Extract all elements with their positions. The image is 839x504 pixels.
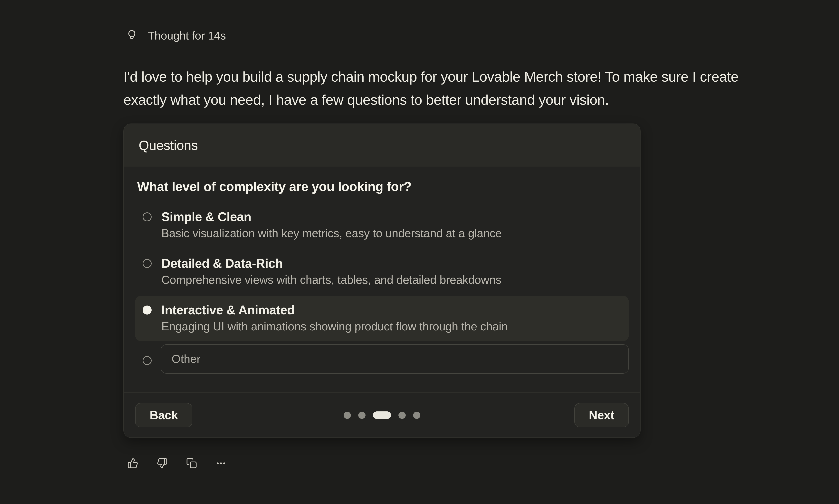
- thought-header[interactable]: Thought for 14s: [126, 29, 770, 42]
- pagination-dot[interactable]: [358, 412, 366, 419]
- more-options-icon[interactable]: [215, 458, 226, 469]
- pagination-dot[interactable]: [413, 412, 420, 419]
- radio-unchecked-icon[interactable]: [143, 356, 152, 365]
- card-title: Questions: [139, 138, 198, 153]
- option-simple-clean[interactable]: Simple & Clean Basic visualization with …: [135, 202, 629, 248]
- questions-card: Questions What level of complexity are y…: [123, 124, 641, 438]
- thumbs-up-icon[interactable]: [127, 458, 138, 469]
- thought-label: Thought for 14s: [148, 29, 226, 42]
- option-label: Detailed & Data-Rich: [161, 256, 621, 271]
- pagination-dots: [344, 411, 420, 419]
- option-other[interactable]: [135, 344, 629, 374]
- message-actions: [127, 458, 770, 469]
- pagination-dot-active[interactable]: [373, 411, 391, 419]
- other-option-input[interactable]: [161, 344, 629, 374]
- pagination-dot[interactable]: [399, 412, 406, 419]
- back-button[interactable]: Back: [135, 403, 192, 427]
- option-detailed-data-rich[interactable]: Detailed & Data-Rich Comprehensive views…: [135, 249, 629, 294]
- question-text: What level of complexity are you looking…: [137, 179, 629, 194]
- questions-card-footer: Back Next: [124, 393, 640, 437]
- thumbs-down-icon[interactable]: [157, 458, 168, 469]
- option-interactive-animated[interactable]: Interactive & Animated Engaging UI with …: [135, 296, 629, 341]
- copy-icon[interactable]: [186, 458, 197, 469]
- option-label: Interactive & Animated: [161, 302, 621, 318]
- lightbulb-icon: [126, 30, 138, 42]
- pagination-dot[interactable]: [344, 412, 351, 419]
- radio-checked-icon[interactable]: [143, 306, 152, 314]
- radio-unchecked-icon[interactable]: [143, 212, 152, 221]
- option-description: Comprehensive views with charts, tables,…: [161, 272, 621, 288]
- questions-card-header: Questions: [124, 124, 640, 166]
- radio-unchecked-icon[interactable]: [143, 259, 152, 268]
- next-button[interactable]: Next: [574, 403, 629, 427]
- option-description: Basic visualization with key metrics, ea…: [161, 226, 621, 241]
- chat-message-block: Thought for 14s I'd love to help you bui…: [123, 29, 770, 469]
- assistant-message-text: I'd love to help you build a supply chai…: [123, 65, 756, 111]
- questions-card-body: What level of complexity are you looking…: [124, 166, 640, 393]
- option-label: Simple & Clean: [161, 209, 621, 224]
- option-description: Engaging UI with animations showing prod…: [161, 319, 621, 334]
